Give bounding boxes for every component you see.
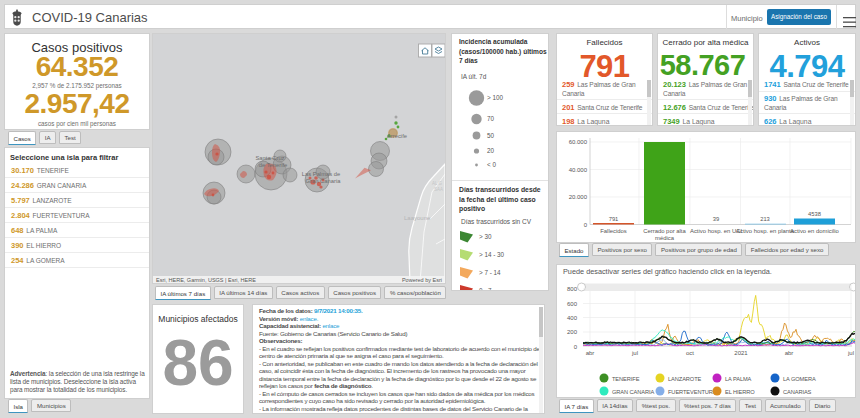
svg-text:> 30: > 30: [479, 233, 492, 240]
svg-text:Cerrado por alta: Cerrado por alta: [643, 228, 686, 234]
svg-text:Las Palmas de: Las Palmas de: [302, 171, 340, 177]
svg-text:Powered by Esri: Powered by Esri: [402, 277, 442, 283]
svg-text:GRAN CANARIA: GRAN CANARIA: [612, 389, 654, 395]
svg-text:LA GOMERA: LA GOMERA: [783, 376, 816, 382]
svg-text:> 100: > 100: [487, 94, 503, 101]
svg-text:791: 791: [609, 216, 619, 222]
svg-text:50: 50: [487, 132, 495, 139]
svg-text:60.000: 60.000: [569, 139, 588, 145]
svg-text:Arrecife: Arrecife: [387, 133, 407, 139]
svg-text:Fallecidos: Fallecidos: [600, 228, 627, 234]
svg-text:39: 39: [713, 216, 719, 222]
svg-text:400: 400: [567, 315, 578, 321]
svg-text:Santa Cruz: Santa Cruz: [256, 155, 285, 161]
svg-text:0 - 7: 0 - 7: [479, 287, 492, 291]
svg-text:600: 600: [567, 301, 578, 307]
svg-text:20.000: 20.000: [569, 194, 588, 200]
svg-text:70: 70: [487, 115, 495, 122]
svg-text:abr: abr: [785, 350, 794, 356]
svg-text:0: 0: [584, 222, 588, 228]
svg-text:Laayoune: Laayoune: [404, 215, 431, 221]
svg-text:médica: médica: [655, 235, 675, 241]
svg-text:< 0: < 0: [487, 161, 496, 168]
svg-text:EL HIERRO: EL HIERRO: [725, 389, 755, 395]
svg-text:200: 200: [567, 329, 578, 335]
svg-text:LA PALMA: LA PALMA: [725, 376, 752, 382]
svg-text:abr: abr: [586, 350, 595, 356]
svg-text:20: 20: [487, 147, 495, 154]
svg-text:Activo hosp. en UCI: Activo hosp. en UCI: [690, 228, 742, 234]
svg-text:> 7 - 14: > 7 - 14: [479, 269, 501, 276]
svg-text:40.000: 40.000: [569, 167, 588, 173]
svg-text:oct: oct: [686, 350, 694, 356]
svg-text:CANARIAS: CANARIAS: [783, 389, 812, 395]
svg-text:0: 0: [574, 344, 578, 350]
svg-text:> 14 - 30: > 14 - 30: [479, 251, 505, 258]
svg-text:de Tenerife: de Tenerife: [259, 162, 288, 168]
svg-text:TENERIFE: TENERIFE: [612, 376, 640, 382]
svg-text:Gran Canaria: Gran Canaria: [306, 178, 342, 184]
svg-text:4538: 4538: [808, 211, 821, 217]
svg-text:jul: jul: [847, 350, 854, 356]
svg-text:Esri, HERE, Garmin, USGS | Esr: Esri, HERE, Garmin, USGS | Esri, HERE: [156, 277, 256, 283]
svg-text:Activo hosp. en planta: Activo hosp. en planta: [736, 228, 795, 234]
svg-text:SAA: SAA: [434, 187, 443, 192]
svg-text:213: 213: [760, 216, 770, 222]
svg-text:FUERTEVENTURA: FUERTEVENTURA: [668, 389, 717, 395]
svg-text:AL G: AL G: [432, 181, 443, 186]
svg-text:LANZAROTE: LANZAROTE: [668, 376, 702, 382]
svg-text:jul: jul: [631, 350, 638, 356]
svg-text:2021: 2021: [734, 350, 748, 356]
svg-text:800: 800: [567, 286, 578, 292]
svg-text:Activo en domicilio: Activo en domicilio: [790, 228, 840, 234]
